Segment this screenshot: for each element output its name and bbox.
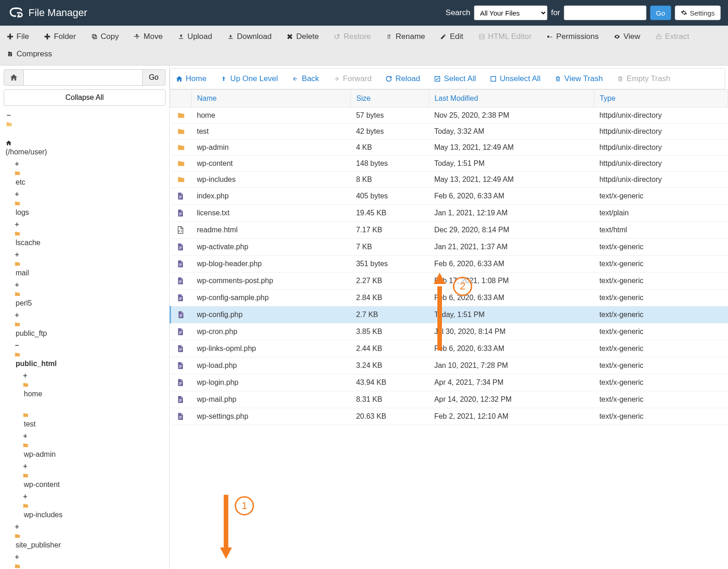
view-button[interactable]: View [612, 29, 642, 44]
edit-button[interactable]: Edit [438, 29, 465, 44]
tree-item[interactable]: +site_publisher [14, 521, 165, 551]
move-button[interactable]: Move [132, 29, 165, 44]
tree-toggle[interactable]: + [22, 460, 28, 472]
table-row[interactable]: wp-settings.php20.63 KBFeb 2, 2021, 12:1… [171, 408, 728, 425]
search-go-button[interactable]: Go [650, 5, 671, 20]
tree-root[interactable]: − (/home/user) +etc+logs+lscache+mail+pe… [6, 109, 165, 569]
table-row[interactable]: wp-config-sample.php2.84 KBFeb 6, 2020, … [171, 290, 728, 306]
view-trash-button[interactable]: View Trash [552, 71, 605, 87]
table-row[interactable]: wp-activate.php7 KBJan 21, 2021, 1:37 AM… [171, 239, 728, 256]
file-icon [176, 276, 186, 285]
folder-icon [22, 503, 165, 509]
col-icon[interactable] [171, 90, 192, 108]
table-row[interactable]: test42 bytesToday, 3:32 AMhttpd/unix-dir… [171, 124, 728, 140]
collapse-all-button[interactable]: Collapse All [4, 89, 165, 106]
cell-name: wp-blog-header.php [192, 256, 351, 273]
file-button[interactable]: ✚File [5, 29, 31, 44]
tree-toggle[interactable]: − [6, 109, 12, 121]
back-button[interactable]: Back [290, 71, 321, 87]
tree-toggle[interactable]: + [22, 430, 28, 442]
tree-toggle[interactable]: + [22, 370, 28, 382]
search-input[interactable] [564, 5, 646, 20]
rename-button[interactable]: Rename [384, 29, 427, 44]
cell-type: text/x-generic [594, 357, 728, 374]
forward-button[interactable]: Forward [331, 71, 373, 87]
table-row[interactable]: wp-login.php43.94 KBApr 4, 2021, 7:34 PM… [171, 374, 728, 391]
permissions-button[interactable]: Permissions [544, 29, 601, 44]
table-row[interactable]: home57 bytesNov 25, 2020, 2:38 PMhttpd/u… [171, 108, 728, 124]
table-row[interactable]: readme.html7.17 KBDec 29, 2020, 8:14 PMt… [171, 222, 728, 239]
folder-button[interactable]: ✚Folder [42, 29, 77, 44]
table-row[interactable]: wp-blog-header.php351 bytesFeb 6, 2020, … [171, 256, 728, 273]
folder-icon [14, 291, 165, 297]
folder-icon [14, 321, 165, 328]
tree-toggle[interactable]: + [14, 279, 20, 291]
col-name[interactable]: Name [192, 90, 351, 108]
download-button[interactable]: Download [225, 29, 274, 44]
reload-button[interactable]: Reload [383, 71, 422, 87]
table-row[interactable]: wp-config.php2.7 KBToday, 1:51 PMtext/x-… [171, 306, 728, 323]
table-row[interactable]: wp-mail.php8.31 KBApr 14, 2020, 12:32 PM… [171, 391, 728, 408]
tree-item[interactable]: +wp-content [22, 460, 165, 491]
tree-item[interactable]: +lscache [14, 219, 165, 249]
tree-item[interactable]: +home [22, 370, 165, 400]
tree-item[interactable]: +wp-admin [22, 430, 165, 460]
svg-rect-36 [179, 367, 181, 368]
tree-item[interactable]: +public_ftp [14, 309, 165, 339]
cell-type: httpd/unix-directory [594, 124, 728, 140]
table-row[interactable]: wp-cron.php3.85 KBJul 30, 2020, 8:14 PMt… [171, 323, 728, 340]
col-type[interactable]: Type [594, 90, 728, 108]
table-row[interactable]: index.php405 bytesFeb 6, 2020, 6:33 AMte… [171, 188, 728, 205]
html-file-icon [176, 225, 186, 235]
table-row[interactable]: wp-links-opml.php2.44 KBFeb 6, 2020, 6:3… [171, 340, 728, 357]
tree-toggle[interactable]: + [22, 491, 28, 503]
table-row[interactable]: wp-includes8 KBMay 13, 2021, 12:49 AMhtt… [171, 172, 728, 188]
path-go-button[interactable]: Go [143, 69, 165, 86]
tree-item[interactable]: +wp-includes [22, 491, 165, 521]
tree-item[interactable]: +etc [14, 158, 165, 188]
select-all-button[interactable]: Select All [432, 71, 478, 87]
path-input[interactable] [24, 69, 143, 86]
col-size[interactable]: Size [351, 90, 429, 108]
home-button[interactable]: Home [174, 71, 208, 87]
tree-toggle[interactable]: + [14, 158, 20, 170]
cell-name: wp-includes [192, 172, 351, 188]
compress-button[interactable]: Compress [5, 47, 54, 61]
table-row[interactable]: wp-content148 bytesToday, 1:51 PMhttpd/u… [171, 156, 728, 172]
tree-item[interactable]: +ssl [14, 551, 165, 569]
upload-button[interactable]: Upload [176, 29, 214, 44]
home-path-button[interactable] [4, 69, 24, 86]
tree-item-label: wp-admin [24, 450, 55, 458]
html-editor-button[interactable]: HTML Editor [476, 29, 534, 44]
table-row[interactable]: license.txt19.45 KBJan 1, 2021, 12:19 AM… [171, 205, 728, 222]
delete-button[interactable]: ✖Delete [284, 29, 320, 44]
tree-toggle[interactable]: + [14, 219, 20, 230]
table-row[interactable]: wp-comments-post.php2.27 KBFeb 17, 2021,… [171, 273, 728, 290]
tree-item[interactable]: −public_html+hometest+wp-admin+wp-conten… [14, 339, 165, 521]
up-button[interactable]: Up One Level [218, 71, 280, 87]
tree-toggle[interactable]: + [14, 521, 20, 533]
tree-toggle[interactable]: + [14, 188, 20, 200]
table-row[interactable]: wp-load.php3.24 KBJan 10, 2021, 7:28 PMt… [171, 357, 728, 374]
tree-item[interactable]: test [22, 400, 165, 430]
tree-toggle[interactable]: + [14, 249, 20, 261]
tree-toggle[interactable]: + [14, 551, 20, 563]
table-row[interactable]: wp-admin4 KBMay 13, 2021, 12:49 AMhttpd/… [171, 140, 728, 156]
tree-item[interactable]: +mail [14, 249, 165, 279]
empty-trash-button[interactable]: Empty Trash [615, 71, 672, 87]
tree-item[interactable]: +logs [14, 188, 165, 219]
file-table: Name Size Last Modified Type home57 byte… [170, 89, 728, 425]
copy-button[interactable]: Copy [89, 29, 121, 44]
extract-button[interactable]: Extract [653, 29, 691, 44]
tree-toggle[interactable]: − [14, 339, 20, 351]
app-title: File Manager [28, 7, 87, 19]
settings-button[interactable]: Settings [675, 5, 721, 20]
col-modified[interactable]: Last Modified [429, 90, 594, 108]
file-icon [176, 242, 186, 252]
restore-button[interactable]: ↺Restore [331, 29, 373, 44]
search-scope-select[interactable]: All Your Files [474, 5, 547, 20]
tree-toggle[interactable]: + [14, 309, 20, 321]
file-icon [176, 191, 186, 201]
tree-item[interactable]: +perl5 [14, 279, 165, 309]
unselect-all-button[interactable]: Unselect All [488, 71, 542, 87]
